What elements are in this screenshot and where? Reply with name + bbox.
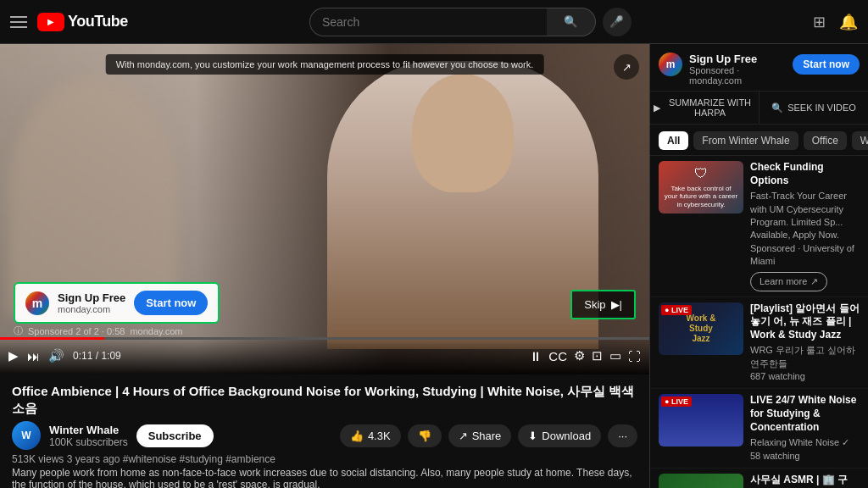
video-player[interactable]: With monday.com, you customize your work… — [0, 44, 649, 374]
more-button[interactable]: ··· — [608, 424, 637, 447]
progress-bar[interactable] — [0, 337, 649, 340]
volume-button[interactable]: 🔊 — [48, 348, 64, 363]
captions-button[interactable]: CC — [548, 349, 567, 363]
download-label: Download — [542, 430, 591, 442]
top-nav: YouTube 🔍 🎤 ⊞ 🔔 — [0, 0, 868, 44]
youtube-logo[interactable]: YouTube — [37, 13, 128, 31]
upload-date: 3 years ago — [67, 453, 120, 465]
share-button[interactable]: ↗ Share — [448, 424, 512, 447]
ad-logo: m — [25, 291, 49, 315]
main-subject — [327, 61, 598, 349]
search-button[interactable]: 🔍 — [547, 8, 596, 36]
summarize-label: SUMMARIZE WITH HARPA — [665, 97, 755, 118]
seek-button[interactable]: 🔍 SEEK IN VIDEO — [760, 92, 868, 124]
sidebar-video-list: 🛡 Take back control of your future with … — [650, 156, 868, 488]
live-badge-2: ● LIVE — [661, 396, 692, 407]
filter-office-chip[interactable]: Office — [804, 131, 847, 150]
sidebar-item-title-1: [Playlist] 알아면서 들어 놓기 어, 뉴 재즈 플리 | Work … — [750, 302, 860, 342]
monday-icon-small: ⓘ — [14, 324, 23, 337]
views-row: 513K views 3 years ago #whitenoise #stud… — [12, 453, 637, 465]
live-badge-1: ● LIVE — [661, 305, 692, 315]
sidebar-ad-logo: m — [659, 53, 682, 76]
download-icon: ⬇ — [528, 430, 537, 442]
cast-button[interactable]: ⊞ — [813, 13, 826, 31]
skip-button[interactable]: Skip ▶| — [570, 290, 636, 319]
fullscreen-button[interactable]: ⛶ — [628, 349, 641, 363]
sidebar-start-now-button[interactable]: Start now — [793, 54, 860, 75]
youtube-icon — [37, 13, 64, 31]
theater-button[interactable]: ▭ — [609, 348, 621, 363]
nav-left: YouTube — [10, 13, 128, 31]
sidebar-item-0[interactable]: 🛡 Take back control of your future with … — [650, 156, 868, 297]
thumbs-down-icon: 👎 — [418, 430, 431, 442]
filter-winter-chip[interactable]: From Winter Whale — [693, 131, 798, 150]
seek-icon: 🔍 — [771, 103, 783, 114]
seek-label: SEEK IN VIDEO — [787, 103, 856, 113]
play-button[interactable]: ▶ — [8, 348, 19, 363]
filter-all-chip[interactable]: All — [659, 131, 688, 150]
sidebar-item-info-1: [Playlist] 알아면서 들어 놓기 어, 뉴 재즈 플리 | Work … — [750, 302, 860, 384]
sponsored-bar: ⓘ Sponsored 2 of 2 · 0:58 monday.com — [14, 324, 183, 337]
search-input[interactable] — [309, 8, 547, 36]
sidebar-item-sub2-2: 58 watching — [750, 450, 860, 463]
sidebar-item-3[interactable]: 1:00:00 사무실 ASMR | 🏢 구글, 아는, 살리콘밸리 사무실 A… — [650, 469, 868, 488]
sidebar-item-sub2-1: 687 watching — [750, 370, 860, 383]
progress-fill — [0, 337, 104, 340]
sidebar-item-info-0: Check Funding Options Fast-Track Your Ca… — [750, 161, 860, 291]
youtube-text: YouTube — [68, 13, 128, 30]
ad-title: Sign Up Free — [58, 291, 125, 304]
thumb-text-0: Take back control of your future with a … — [664, 185, 738, 209]
video-title: Office Ambience | 4 Hours of Office Back… — [12, 383, 637, 416]
subscribe-button[interactable]: Subscribe — [136, 424, 214, 447]
controls-right: ⏸ CC ⚙ ⊡ ▭ ⛶ — [529, 348, 641, 363]
hashtags: #whitenoise #studying #ambience — [123, 453, 275, 465]
search-bar: 🔍 🎤 — [309, 8, 632, 36]
pause-button[interactable]: ⏸ — [529, 349, 542, 363]
ad-overlay: m Sign Up Free monday.com Start now — [14, 282, 220, 324]
filter-white-chip[interactable]: White noi... — [852, 131, 868, 150]
main-layout: With monday.com, you customize your work… — [0, 44, 868, 488]
next-button[interactable]: ⏭ — [27, 349, 40, 363]
sidebar: m Sign Up Free Sponsored · monday.com St… — [649, 44, 868, 488]
start-now-button[interactable]: Start now — [134, 291, 208, 315]
video-section: With monday.com, you customize your work… — [0, 44, 649, 488]
sidebar-tools: ▶ SUMMARIZE WITH HARPA 🔍 SEEK IN VIDEO — [650, 92, 868, 125]
mic-button[interactable]: 🎤 — [603, 8, 632, 36]
sidebar-item-title-2: LIVE 24/7 White Noise for Studying & Con… — [750, 394, 860, 434]
settings-button[interactable]: ⚙ — [574, 348, 585, 363]
jazz-thumb-text: Work &StudyJazz — [687, 313, 716, 344]
hamburger-menu[interactable] — [10, 16, 27, 28]
share-icon: ↗ — [459, 430, 468, 442]
ad-text-block: Sign Up Free monday.com — [58, 291, 125, 314]
sidebar-item-info-3: 사무실 ASMR | 🏢 구글, 아는, 살리콘밸리 사무실 ASMR 아늑한 … — [750, 474, 860, 488]
summarize-button[interactable]: ▶ SUMMARIZE WITH HARPA — [650, 92, 760, 124]
sidebar-item-1[interactable]: Work &StudyJazz ● LIVE [Playlist] 알아면서 들… — [650, 297, 868, 390]
dislike-button[interactable]: 👎 — [408, 424, 442, 447]
notifications-button[interactable]: 🔔 — [839, 13, 858, 31]
channel-avatar: W — [12, 421, 41, 450]
bg-figure — [8, 78, 178, 315]
share-label: Share — [472, 430, 502, 442]
learn-more-button[interactable]: Learn more ↗ — [750, 272, 827, 291]
sidebar-ad-title: Sign Up Free — [689, 53, 786, 65]
video-description: Many people work from home as non-face-t… — [12, 467, 637, 488]
skip-label: Skip — [584, 298, 605, 311]
share-video-button[interactable]: ↗ — [614, 54, 639, 80]
summarize-icon: ▶ — [654, 103, 660, 114]
download-button[interactable]: ⬇ Download — [518, 424, 601, 447]
sidebar-item-sub-1: WRG 우리가 룰고 싶어하 연주한들 — [750, 344, 860, 370]
learn-more-label: Learn more — [760, 276, 807, 286]
sidebar-item-2[interactable]: ● LIVE LIVE 24/7 White Noise for Studyin… — [650, 389, 868, 469]
channel-name[interactable]: Winter Whale — [49, 424, 128, 436]
nav-right: ⊞ 🔔 — [813, 13, 858, 31]
ad-domain: monday.com — [58, 304, 125, 314]
channel-info: Winter Whale 100K subscribers — [49, 424, 128, 448]
sidebar-ad: m Sign Up Free Sponsored · monday.com St… — [650, 44, 868, 92]
sidebar-item-title-0: Check Funding Options — [750, 161, 860, 187]
view-count: 513K views — [12, 453, 64, 465]
time-total: 1:09 — [101, 350, 120, 362]
sidebar-item-title-3: 사무실 ASMR | 🏢 구글, 아는, 살리콘밸리 사무실 ASMR — [750, 474, 860, 488]
filter-row: All From Winter Whale Office White noi..… — [650, 125, 868, 156]
like-button[interactable]: 👍 4.3K — [340, 424, 401, 447]
miniplayer-button[interactable]: ⊡ — [592, 348, 603, 363]
